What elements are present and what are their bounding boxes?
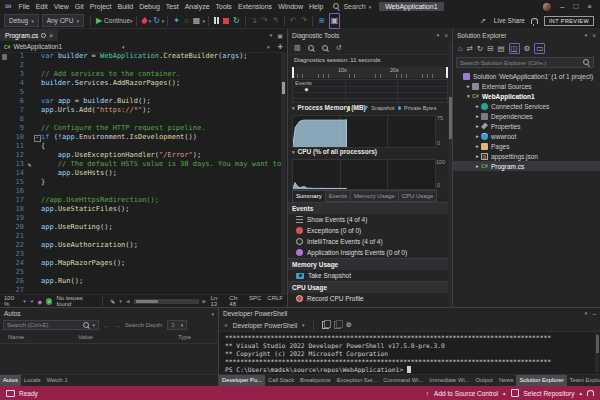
code-line-25[interactable]: 25 (0, 268, 281, 277)
restart-debugging-icon[interactable]: ↻ (233, 14, 240, 28)
zoom-level-dropdown[interactable]: 100 % (4, 295, 19, 307)
continue-label[interactable]: Continue (104, 17, 130, 24)
breakpoint-margin[interactable] (0, 61, 8, 70)
column-type[interactable]: Type (178, 334, 218, 343)
breakpoint-margin[interactable] (0, 88, 8, 97)
tree-item-dependencies[interactable]: ▸Dependencies (453, 111, 600, 121)
breakpoint-margin[interactable] (0, 79, 8, 88)
menu-project[interactable]: Project (87, 3, 115, 10)
fold-marker[interactable]: − (33, 133, 41, 142)
feedback-icon[interactable] (6, 390, 15, 397)
breakpoint-margin[interactable] (0, 169, 8, 178)
expander-icon[interactable]: ▸ (465, 83, 472, 89)
code-line-14[interactable]: 14 app.UseHsts(); (0, 169, 281, 178)
menu-edit[interactable]: Edit (33, 3, 51, 10)
code-line-8[interactable]: 8 (0, 115, 281, 124)
expander-icon[interactable]: ▸ (474, 113, 481, 119)
menu-window[interactable]: Window (275, 3, 306, 10)
tab-developer-po[interactable]: Developer Po... (219, 375, 265, 386)
edit-mode-icon[interactable]: ✎ (110, 298, 115, 305)
code-line-19[interactable]: 19 (0, 214, 281, 223)
breakpoint-margin[interactable] (0, 151, 8, 160)
breakpoint-margin[interactable] (0, 250, 8, 259)
show-all-files-icon[interactable]: ▤ (497, 44, 504, 53)
tab-output[interactable]: Output (473, 375, 496, 386)
breakpoint-margin[interactable] (0, 286, 8, 294)
editor-vertical-scrollbar[interactable] (281, 52, 286, 294)
chevron-down-icon[interactable]: ▾ (270, 32, 273, 39)
tab-call-stack[interactable]: Call Stack (265, 375, 297, 386)
code-line-18[interactable]: 18app.UseStaticFiles(); (0, 205, 281, 214)
notification-bell-icon[interactable] (531, 18, 538, 24)
code-line-20[interactable]: 20app.UseRouting(); (0, 223, 281, 232)
code-line-3[interactable]: 3// Add services to the container. (0, 70, 281, 79)
tab-locals[interactable]: Locals (21, 375, 44, 386)
minimize-button[interactable]: – (560, 0, 564, 13)
collapse-section-icon[interactable]: ▾ (292, 105, 295, 111)
breakpoint-margin[interactable] (0, 97, 8, 106)
collapse-section-icon[interactable]: ▾ (292, 149, 295, 155)
editor-horizontal-scrollbar[interactable] (134, 299, 199, 304)
breakpoint-margin[interactable] (0, 214, 8, 223)
breadcrumb-member-dropdown[interactable]: ▾ (129, 41, 274, 52)
diag-tab-events[interactable]: Events (326, 190, 351, 202)
new-terminal-label[interactable]: Developer PowerShell (233, 322, 297, 329)
menu-view[interactable]: View (51, 3, 72, 10)
timeline-ruler[interactable]: 10s 20s (292, 67, 448, 78)
menu-help[interactable]: Help (306, 3, 326, 10)
diag-tab-summary[interactable]: Summary (292, 190, 326, 202)
sync-with-active-document-icon[interactable]: ◫ (509, 43, 520, 54)
account-avatar[interactable] (543, 3, 551, 11)
select-repository-button[interactable]: Select Repository (524, 390, 575, 397)
column-name[interactable]: Name (0, 334, 78, 343)
breakpoint-margin[interactable] (0, 196, 8, 205)
summary-item-show-events-4-of-4[interactable]: Show Events (4 of 4) (288, 214, 453, 225)
notification-bell-icon[interactable] (587, 390, 594, 396)
expander-icon[interactable]: ▸ (474, 123, 481, 129)
chevron-down-icon[interactable]: ▾ (211, 311, 214, 317)
code-line-17[interactable]: 17//app.UseHttpsRedirection(); (0, 196, 281, 205)
tab-autos[interactable]: Autos (0, 375, 21, 386)
chevron-down-icon[interactable]: ▾ (437, 32, 440, 39)
search-prev-icon[interactable]: ← (103, 322, 110, 329)
space-mode[interactable]: SPC (249, 295, 261, 307)
breakpoint-margin[interactable] (0, 124, 8, 133)
terminal-output[interactable]: ****************************************… (225, 334, 592, 373)
expander-icon[interactable]: ▸ (474, 143, 481, 149)
switch-views-icon[interactable]: ⇄ (467, 44, 473, 53)
int-preview-badge[interactable]: INT PREVIEW (544, 16, 594, 26)
code-line-24[interactable]: 24app.MapRazorPages(); (0, 259, 281, 268)
tab-news[interactable]: News (496, 375, 517, 386)
menu-debug[interactable]: Debug (136, 3, 163, 10)
tree-item-solution-webapplication1-1-of-1-project[interactable]: Solution 'WebApplication1' (1 of 1 proje… (453, 71, 600, 81)
select-time-range-icon[interactable]: ▥ (294, 44, 301, 52)
code-line-21[interactable]: 21 (0, 232, 281, 241)
browser-link-icon[interactable]: ◌ (184, 14, 189, 28)
tab-immediate-wi[interactable]: Immediate Wi... (426, 375, 472, 386)
code-line-11[interactable]: 11{ (0, 142, 281, 151)
column-value[interactable]: Value (78, 334, 178, 343)
line-ending[interactable]: CRLF (267, 295, 283, 307)
menu-test[interactable]: Test (163, 3, 182, 10)
tab-breakpoints[interactable]: Breakpoints (297, 375, 334, 386)
break-all-icon[interactable] (214, 17, 219, 24)
undo-icon[interactable]: ↶ (290, 14, 297, 28)
close-button[interactable]: × (587, 0, 592, 13)
breakpoint-margin[interactable] (0, 259, 8, 268)
tree-item-wwwroot[interactable]: ▸wwwroot (453, 131, 600, 141)
terminal-settings-icon[interactable]: ⚙ (346, 321, 352, 329)
breakpoint-margin[interactable] (0, 133, 8, 142)
expander-icon[interactable]: ▾ (465, 93, 472, 99)
expander-icon[interactable]: ▸ (474, 103, 481, 109)
summary-item-exceptions-0-of-0[interactable]: Exceptions (0 of 0) (288, 225, 453, 236)
collapse-box-icon[interactable]: − (34, 135, 41, 142)
close-panel-icon[interactable]: × (592, 32, 596, 39)
code-line-10[interactable]: 10−if (!app.Environment.IsDevelopment()) (0, 133, 281, 142)
issues-label[interactable]: No issues found (56, 295, 95, 307)
expander-icon[interactable]: ▸ (474, 133, 481, 139)
search-depth-dropdown[interactable]: 3 ▾ (167, 320, 187, 330)
diagnostic-tools-toggle-icon[interactable]: ▣ (329, 13, 341, 29)
code-line-16[interactable]: 16 (0, 187, 281, 196)
split-editor-icon[interactable]: ✚ (274, 43, 287, 51)
scroll-left-icon[interactable]: ◀ (126, 298, 130, 304)
